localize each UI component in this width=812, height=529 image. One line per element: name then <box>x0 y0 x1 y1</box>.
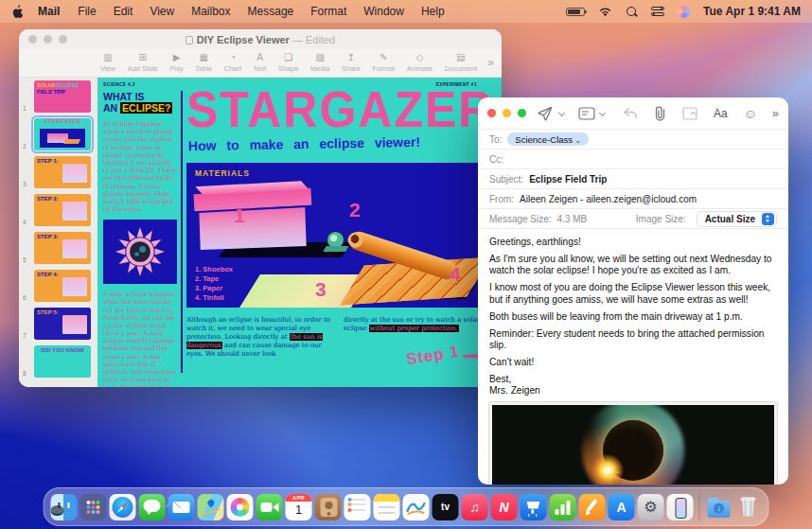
toolbar-text-button[interactable]: AText <box>254 53 267 73</box>
eclipse-attachment-image[interactable] <box>489 402 777 485</box>
toolbar-add-slide-button[interactable]: ⊞Add Slide <box>128 53 158 73</box>
slide-thumbnail-8[interactable]: 8 DID YOU KNOW <box>19 343 97 380</box>
dock-trash[interactable] <box>735 494 762 520</box>
slide-thumbnail-4[interactable]: 4 STEP 2: <box>19 191 97 229</box>
close-button[interactable] <box>487 109 496 117</box>
subject-value: Eclipse Field Trip <box>529 174 607 185</box>
body-paragraph: As I'm sure you all know, we will be set… <box>489 254 777 277</box>
slide-thumbnail-5[interactable]: 5 STEP 3: <box>19 229 97 267</box>
control-center-icon[interactable] <box>651 6 664 17</box>
dock-reminders[interactable] <box>344 494 371 520</box>
toolbar-view-button[interactable]: ▥View <box>100 53 115 73</box>
zoom-button[interactable] <box>518 109 526 117</box>
dock-contacts[interactable] <box>315 494 342 520</box>
dock-safari[interactable] <box>110 494 136 520</box>
slide-subtitle[interactable]: How to make an eclipse viewer! <box>188 134 420 153</box>
header-fields-button[interactable] <box>578 107 595 120</box>
dock-downloads[interactable] <box>706 494 733 520</box>
send-options-chevron[interactable] <box>558 110 565 116</box>
toolbar-table-button[interactable]: ▦Table <box>195 53 212 73</box>
toolbar-overflow-button[interactable]: » <box>487 56 494 69</box>
dock-facetime[interactable] <box>256 494 283 520</box>
mail-toolbar[interactable]: Aa ☺ » <box>478 97 788 130</box>
toolbar-share-button[interactable]: ↥Share <box>342 53 361 73</box>
from-field[interactable]: From: Aileen Zeigen - aileen.zeigen@iclo… <box>478 189 788 209</box>
dock-calendar[interactable]: APR1 <box>286 494 312 520</box>
dock-notes[interactable] <box>374 494 400 520</box>
mail-toolbar-overflow[interactable]: » <box>772 106 779 120</box>
slide-thumbnail-6[interactable]: 6 STEP 4: <box>19 267 97 305</box>
siri-icon[interactable] <box>678 6 690 18</box>
apple-menu[interactable] <box>11 5 32 19</box>
slide-thumbnail-7[interactable]: 7 STEP 5: <box>19 305 97 343</box>
search-icon[interactable] <box>626 6 638 18</box>
table-icon: ▦ <box>200 53 208 64</box>
emoji-button[interactable]: ☺ <box>744 106 757 121</box>
menu-edit[interactable]: Edit <box>105 5 142 18</box>
dock-messages[interactable] <box>139 494 166 520</box>
slide-paragraph-1: An eclipse happens when a moon or planet… <box>103 120 177 213</box>
dock-separator <box>699 493 700 521</box>
view-icon: ▥ <box>103 53 112 64</box>
toolbar-format-button[interactable]: ✎Format <box>373 53 396 73</box>
dock-keynote[interactable] <box>521 494 547 520</box>
mail-traffic-lights[interactable] <box>487 109 526 117</box>
dock-maps[interactable] <box>198 494 224 520</box>
menu-mailbox[interactable]: Mailbox <box>183 5 238 18</box>
dock-mail[interactable] <box>168 494 195 520</box>
menu-help[interactable]: Help <box>413 5 453 18</box>
slide-thumbnail-3[interactable]: 3 STEP 1: <box>19 153 97 191</box>
send-button[interactable] <box>538 106 553 121</box>
dock-app-store[interactable]: A <box>609 494 635 520</box>
battery-icon[interactable] <box>566 8 585 16</box>
slide-thumbnail-1[interactable]: 1 SOLAR ECLIPSEFIELD TRIP <box>19 78 97 115</box>
toolbar-play-button[interactable]: ▶Play <box>169 53 184 73</box>
toolbar-animate-button[interactable]: ◇Animate <box>407 53 433 73</box>
slide-title[interactable]: STARGAZER <box>186 79 502 139</box>
dock-system-settings[interactable]: ⚙ <box>638 494 664 520</box>
header-fields-chevron[interactable] <box>599 110 606 116</box>
menu-app-name[interactable]: Mail <box>32 5 69 18</box>
dock-music[interactable]: ♫ <box>462 494 488 520</box>
dock-pages[interactable] <box>579 494 606 520</box>
image-size-select[interactable]: Actual Size <box>697 211 777 227</box>
wifi-icon[interactable] <box>598 7 612 17</box>
warning-text-left: Although an eclipse is beautiful, in ord… <box>186 316 334 360</box>
body-signoff: Best, <box>489 374 777 385</box>
materials-box[interactable]: MATERIALS 1 2 3 4 1. Shoebox <box>186 163 500 308</box>
menu-message[interactable]: Message <box>239 5 303 18</box>
materials-list: 1. Shoebox 2. Tape 3. Paper 4. Tinfoil <box>195 265 233 304</box>
toolbar-media-button[interactable]: ▨Media <box>310 53 329 73</box>
cc-field[interactable]: Cc: <box>478 150 788 169</box>
toolbar-document-button[interactable]: ▤Document <box>445 53 477 73</box>
toolbar-chart-button[interactable]: ◔Chart <box>224 53 241 73</box>
warning-highlight-2: without proper protection. <box>369 325 459 332</box>
dock-photos[interactable] <box>227 494 254 520</box>
menu-file[interactable]: File <box>69 5 104 18</box>
menu-view[interactable]: View <box>141 5 183 18</box>
reply-icon <box>623 107 638 119</box>
slide-canvas[interactable]: SCIENCE 4.2 EXPERIMENT #1 WHAT ISAN ECLI… <box>97 78 502 387</box>
message-body[interactable]: Greetings, earthlings! As I'm sure you a… <box>478 229 788 397</box>
dock-finder[interactable] <box>51 494 78 520</box>
dock-launchpad[interactable] <box>80 494 107 520</box>
toolbar-shape-button[interactable]: ❏Shape <box>278 53 299 73</box>
dock-freeform[interactable] <box>403 494 430 520</box>
slide-thumbnail-2-selected[interactable]: 2 STARGAZER <box>19 115 97 153</box>
dock-iphone-mirroring[interactable] <box>667 494 694 520</box>
eclipse-illustration <box>603 420 663 481</box>
fonts-button[interactable]: Aa <box>714 107 728 120</box>
minimize-button[interactable] <box>503 109 511 117</box>
subject-field[interactable]: Subject: Eclipse Field Trip <box>478 169 788 189</box>
dock-tv[interactable]: tv <box>432 494 459 520</box>
dock-news[interactable]: N <box>491 494 518 520</box>
dock-numbers[interactable] <box>550 494 576 520</box>
menu-format[interactable]: Format <box>302 5 355 18</box>
menu-window[interactable]: Window <box>355 5 413 18</box>
attach-button[interactable] <box>653 106 666 121</box>
menu-bar-clock[interactable]: Tue Apr 1 9:41 AM <box>703 5 801 18</box>
body-paragraph: Reminder: Every student needs to bring t… <box>489 328 777 352</box>
to-recipient-token[interactable]: Science-Class <box>507 132 589 146</box>
keynote-title-bar[interactable]: DIY Eclipse Viewer — Edited <box>19 29 502 49</box>
to-field[interactable]: To: Science-Class <box>478 130 788 150</box>
